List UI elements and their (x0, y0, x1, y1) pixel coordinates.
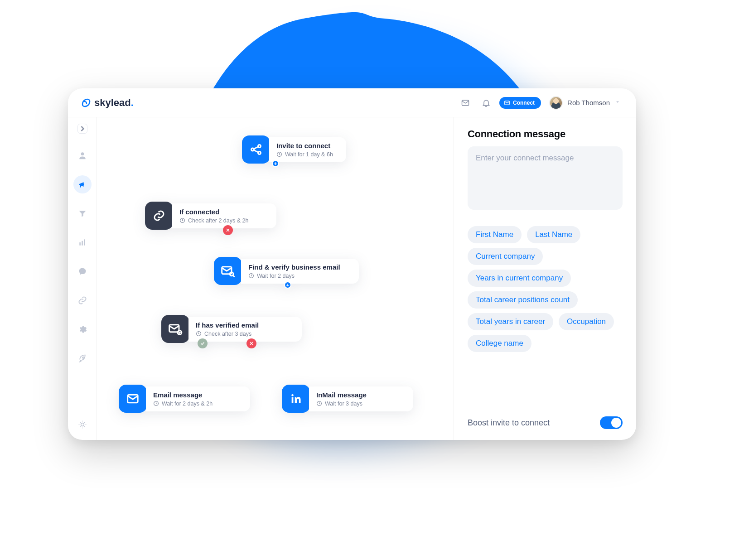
tag-years-in-company[interactable]: Years in current company (468, 270, 571, 287)
workflow-canvas[interactable]: Invite to connect Wait for 1 day & 6h + (97, 117, 454, 440)
connect-message-input[interactable] (468, 146, 623, 210)
bell-icon[interactable] (478, 95, 494, 111)
tag-current-company[interactable]: Current company (468, 248, 543, 265)
boost-invite-row: Boost invite to connect (468, 412, 623, 429)
add-port-icon[interactable]: + (284, 281, 291, 289)
node-subtitle: Wait for 2 days (248, 273, 351, 279)
tag-occupation[interactable]: Occupation (559, 313, 614, 330)
tag-career-positions-count[interactable]: Total career positions count (468, 291, 578, 309)
svg-point-22 (291, 394, 293, 396)
branch-fail-icon[interactable] (223, 225, 233, 235)
boost-toggle[interactable] (600, 416, 623, 429)
sidebar-item-stats[interactable] (73, 233, 92, 251)
node-subtitle: Check after 3 days (196, 331, 294, 337)
avatar (549, 96, 563, 110)
connect-button-label: Connect (513, 100, 535, 106)
node-invite-to-connect[interactable]: Invite to connect Wait for 1 day & 6h + (242, 135, 346, 164)
node-subtitle: Check after 2 days & 2h (179, 217, 268, 224)
node-if-verified-email[interactable]: If has verified email Check after 3 days (161, 315, 302, 343)
svg-rect-5 (84, 239, 85, 245)
top-bar: skylead. Connect Rob Thomson (68, 88, 636, 117)
add-port-icon[interactable]: + (272, 160, 279, 167)
mail-icon (119, 385, 147, 413)
sidebar-item-campaigns[interactable] (73, 175, 92, 193)
sidebar (68, 117, 97, 440)
logo[interactable]: skylead. (81, 97, 134, 109)
sidebar-item-theme[interactable] (73, 415, 92, 434)
node-subtitle: Wait for 3 days (316, 401, 405, 407)
tag-first-name[interactable]: First Name (468, 226, 522, 243)
sidebar-item-profile[interactable] (73, 146, 92, 164)
link-icon (145, 202, 173, 230)
svg-point-7 (81, 423, 84, 426)
node-inmail-message[interactable]: InMail message Wait for 3 days (282, 385, 413, 413)
node-subtitle: Wait for 1 day & 6h (276, 151, 338, 158)
svg-point-2 (81, 152, 84, 155)
node-title: Email message (153, 391, 242, 399)
sidebar-item-settings[interactable] (73, 320, 92, 338)
node-subtitle: Wait for 2 days & 2h (153, 401, 242, 407)
sidebar-item-integrations[interactable] (73, 291, 92, 309)
node-title: If connected (179, 208, 268, 216)
tag-college-name[interactable]: College name (468, 335, 531, 352)
share-icon (242, 135, 270, 164)
svg-point-6 (82, 357, 84, 358)
svg-rect-21 (292, 397, 294, 403)
connection-message-panel: Connection message First Name Last Name … (454, 117, 636, 440)
node-title: Invite to connect (276, 142, 338, 150)
sidebar-item-filter[interactable] (73, 204, 92, 222)
logo-mark-icon (81, 97, 92, 108)
node-if-connected[interactable]: If connected Check after 2 days & 2h (145, 202, 276, 230)
node-find-verify-email[interactable]: Find & verify business email Wait for 2 … (214, 257, 359, 285)
node-title: InMail message (316, 391, 405, 399)
inbox-icon[interactable] (458, 95, 473, 111)
app-window: skylead. Connect Rob Thomson (68, 88, 636, 440)
user-name: Rob Thomson (567, 99, 610, 106)
mail-check-icon (161, 315, 189, 343)
flow-connectors (97, 117, 233, 185)
sidebar-item-upgrade[interactable] (73, 349, 92, 367)
node-email-message[interactable]: Email message Wait for 2 days & 2h (119, 385, 250, 413)
tag-total-years-career[interactable]: Total years in career (468, 313, 553, 330)
connect-button[interactable]: Connect (499, 97, 541, 109)
sidebar-collapse-toggle[interactable] (77, 124, 87, 134)
boost-label: Boost invite to connect (468, 418, 550, 428)
linkedin-icon (282, 385, 310, 413)
svg-rect-4 (82, 241, 83, 246)
svg-rect-3 (79, 242, 81, 246)
variable-tag-list: First Name Last Name Current company Yea… (468, 226, 623, 352)
user-menu[interactable]: Rob Thomson (546, 94, 623, 111)
node-title: If has verified email (196, 321, 294, 329)
node-title: Find & verify business email (248, 263, 351, 271)
panel-heading: Connection message (468, 128, 623, 140)
chevron-down-icon (614, 99, 621, 107)
branch-fail-icon[interactable] (246, 338, 256, 348)
branch-pass-icon[interactable] (198, 338, 208, 348)
sidebar-item-chat[interactable] (73, 262, 92, 280)
logo-text: skylead. (94, 97, 134, 109)
mail-search-icon (214, 257, 242, 285)
tag-last-name[interactable]: Last Name (527, 226, 580, 243)
